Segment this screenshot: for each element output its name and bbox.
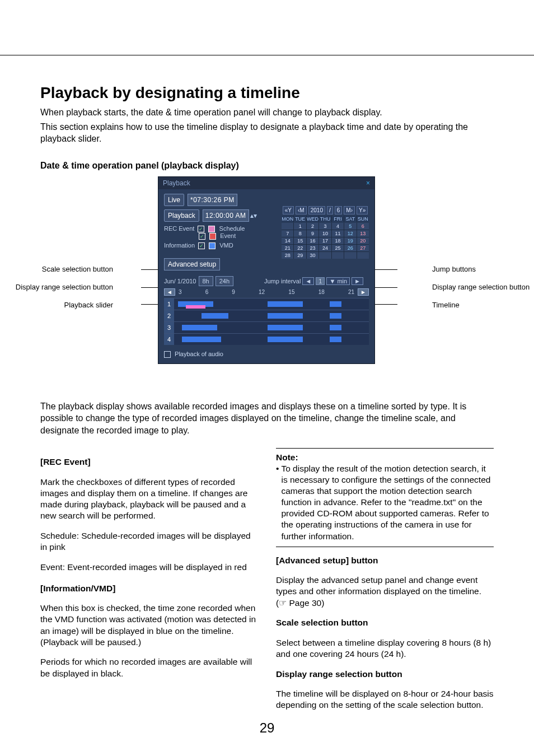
vmd-checkbox[interactable] bbox=[198, 242, 205, 249]
vmd-label: VMD bbox=[219, 242, 233, 249]
panel-header-title: Playback bbox=[163, 179, 190, 187]
live-time-display: *07:30:26 PM bbox=[188, 194, 237, 206]
event-label: Event bbox=[220, 232, 236, 239]
callout-playback-slider: Playback slider bbox=[1, 301, 113, 309]
rec-event-p1: Mark the checkboxes of different types o… bbox=[40, 477, 258, 522]
playback-button[interactable]: Playback bbox=[164, 209, 199, 222]
cal-year: 2010 bbox=[308, 206, 325, 214]
intro-line-1: When playback starts, the date & time op… bbox=[40, 106, 494, 119]
calendar[interactable]: «Y ‹M 2010/ 6 M› Y» MONTUEWEDTHUFRISATSU… bbox=[282, 206, 369, 259]
range-selection-body: The timeline will be displayed on 8-hour… bbox=[276, 688, 494, 711]
scale-24h-button[interactable]: 24h bbox=[216, 276, 233, 286]
info-vmd-heading: [Information/VMD] bbox=[40, 584, 115, 593]
range-selection-heading: Display range selection button bbox=[276, 669, 402, 679]
jump-unit-dropdown[interactable]: ▼ min bbox=[326, 277, 350, 285]
playback-panel: Playback × Live *07:30:26 PM Playback 12… bbox=[158, 176, 375, 364]
cal-month: 6 bbox=[335, 206, 343, 214]
page-number: 29 bbox=[0, 720, 534, 736]
schedule-label: Schedule bbox=[219, 225, 245, 232]
rec-event-heading: [REC Event] bbox=[40, 457, 91, 466]
info-vmd-p1: When this box is checked, the time zone … bbox=[40, 603, 258, 648]
callout-range-selection-right: Display range selection button bbox=[432, 283, 534, 291]
rec-event-p3: Event: Event-recorded images will be dis… bbox=[40, 562, 258, 573]
timeline-date: Jun/ 1/2010 bbox=[164, 278, 196, 284]
advanced-setup-button[interactable]: Advanced setup bbox=[164, 258, 220, 270]
callout-range-selection-left: Display range selection button bbox=[1, 283, 113, 291]
audio-checkbox[interactable] bbox=[164, 351, 171, 358]
live-button[interactable]: Live bbox=[164, 194, 184, 206]
scale-selection-body: Select between a timeline display coveri… bbox=[276, 637, 494, 660]
next-month-button[interactable]: M› bbox=[344, 206, 355, 214]
next-year-button[interactable]: Y» bbox=[357, 206, 368, 214]
jump-interval-value: 1 bbox=[316, 277, 325, 285]
advanced-setup-body: Display the advanced setup panel and cha… bbox=[276, 575, 494, 608]
information-label: Information bbox=[164, 242, 195, 249]
rec-event-label: REC Event bbox=[164, 225, 194, 232]
prev-month-button[interactable]: ‹M bbox=[296, 206, 307, 214]
note-heading: Note: bbox=[276, 452, 298, 462]
advanced-setup-heading: [Advanced setup] button bbox=[276, 556, 378, 565]
jump-prev-button[interactable]: ◄ bbox=[302, 277, 314, 285]
callout-scale-selection: Scale selection button bbox=[1, 265, 113, 273]
after-panel-text: The playback display shows available rec… bbox=[40, 400, 494, 437]
playback-time-field[interactable]: 12:00:00 AM bbox=[203, 209, 249, 222]
jump-interval-label: Jump interval bbox=[264, 278, 301, 284]
scale-selection-heading: Scale selection button bbox=[276, 618, 368, 627]
audio-label: Playback of audio bbox=[175, 351, 223, 357]
range-right-button[interactable]: ► bbox=[358, 288, 369, 296]
intro-line-2: This section explains how to use the tim… bbox=[40, 121, 494, 145]
info-vmd-p2: Periods for which no recorded images are… bbox=[40, 656, 258, 679]
jump-next-button[interactable]: ► bbox=[352, 277, 363, 285]
event-checkbox[interactable] bbox=[199, 233, 205, 240]
callout-jump-buttons: Jump buttons bbox=[432, 265, 534, 273]
prev-year-button[interactable]: «Y bbox=[283, 206, 294, 214]
panel-subhead: Date & time operation panel (playback di… bbox=[40, 161, 494, 171]
stepper-icon[interactable]: ▴▾ bbox=[250, 212, 257, 220]
close-icon[interactable]: × bbox=[366, 179, 370, 187]
rec-event-p2: Schedule: Schedule-recorded images will … bbox=[40, 530, 258, 553]
timeline[interactable]: 1 2 3 4 bbox=[164, 298, 369, 345]
schedule-checkbox[interactable] bbox=[198, 226, 204, 232]
range-left-button[interactable]: ◄ bbox=[164, 288, 175, 296]
note-body: To display the result of the motion dete… bbox=[281, 463, 494, 542]
scale-8h-button[interactable]: 8h bbox=[199, 276, 213, 286]
callout-timeline: Timeline bbox=[432, 301, 534, 309]
page-title: Playback by designating a timeline bbox=[40, 84, 494, 102]
